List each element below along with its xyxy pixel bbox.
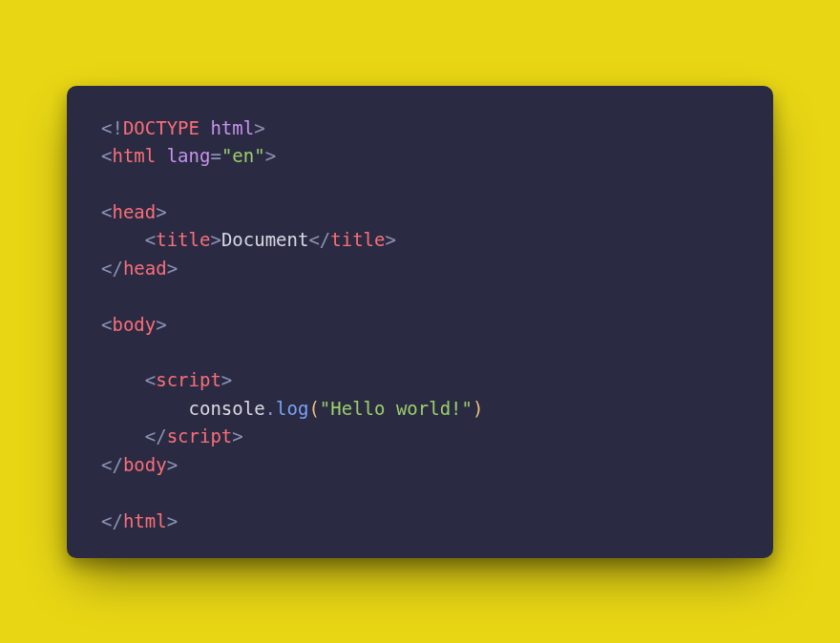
title-tag-close: title (330, 229, 385, 250)
string-literal: "Hello world!" (320, 398, 472, 419)
lang-attr: lang (167, 145, 211, 166)
angle-close: > (156, 314, 166, 335)
angle-open: < (101, 145, 112, 166)
angle-open: < (145, 369, 156, 390)
angle-open: </ (101, 510, 123, 531)
angle-open: < (101, 314, 112, 335)
angle-close: > (221, 369, 232, 390)
doctype-keyword: DOCTYPE (123, 117, 200, 138)
code-content: <!DOCTYPE html> <html lang="en"> <head> … (101, 114, 739, 536)
angle-close: > (156, 201, 166, 222)
script-tag: script (156, 369, 221, 390)
indent (101, 229, 145, 250)
console-ident: console (189, 398, 265, 419)
body-tag-close: body (123, 454, 167, 475)
html-keyword: html (210, 117, 254, 138)
script-tag-close: script (167, 425, 233, 446)
angle-open: </ (101, 258, 123, 279)
title-text: Document (221, 229, 309, 250)
angle-close: > (254, 117, 264, 138)
angle-close: > (385, 229, 395, 250)
head-tag: head (112, 201, 156, 222)
html-tag: html (112, 145, 156, 166)
indent (101, 425, 145, 446)
angle-close: > (232, 425, 242, 446)
code-block: <!DOCTYPE html> <html lang="en"> <head> … (67, 86, 773, 558)
dot: . (265, 398, 276, 419)
html-tag-close: html (123, 510, 167, 531)
paren-open: ( (308, 398, 319, 419)
angle-close: > (167, 510, 178, 531)
angle-open: <! (101, 117, 123, 138)
head-tag-close: head (123, 258, 167, 279)
angle-open: < (101, 201, 112, 222)
angle-close: > (167, 258, 178, 279)
indent (101, 369, 145, 390)
angle-open: < (145, 229, 156, 250)
angle-open: </ (308, 229, 330, 250)
space (200, 117, 210, 138)
lang-value: "en" (221, 145, 265, 166)
angle-close: > (167, 454, 178, 475)
log-method: log (276, 398, 308, 419)
angle-open: </ (145, 425, 167, 446)
body-tag: body (112, 314, 156, 335)
indent (101, 398, 189, 419)
equals: = (210, 145, 220, 166)
angle-close: > (210, 229, 220, 250)
angle-open: </ (101, 454, 123, 475)
paren-close: ) (472, 398, 483, 419)
title-tag: title (156, 229, 210, 250)
angle-close: > (265, 145, 276, 166)
